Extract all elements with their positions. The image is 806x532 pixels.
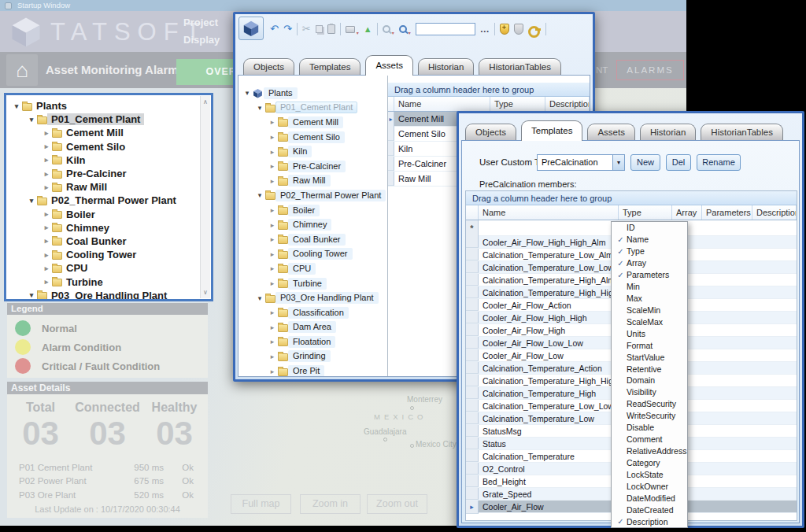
tree-item[interactable]: ▸Turbine xyxy=(238,276,387,291)
search-icon[interactable] xyxy=(399,25,407,33)
menu-item-lockstate[interactable]: LockState xyxy=(612,468,687,480)
tree-item[interactable]: ▾P02_Thermal Power Plant xyxy=(8,194,198,207)
tree-item[interactable]: ▸Cooling Tower xyxy=(8,248,198,261)
group-by-hint[interactable]: Drag a column header here to group xyxy=(388,83,590,97)
chevron-expanded-icon[interactable]: ▾ xyxy=(26,197,37,205)
chevron-collapsed-icon[interactable]: ▸ xyxy=(41,210,52,218)
tree-item[interactable]: ▸Cement Silo xyxy=(8,140,198,153)
upload-icon[interactable]: ▲ xyxy=(364,24,372,35)
chevron-collapsed-icon[interactable]: ▸ xyxy=(41,170,52,178)
menu-item-datecreated[interactable]: DateCreated xyxy=(612,504,687,515)
tab-templates[interactable]: Templates xyxy=(299,58,360,75)
map-button-full-map[interactable]: Full map xyxy=(231,494,291,514)
menu-item-description[interactable]: ✓Description xyxy=(612,515,687,527)
chevron-collapsed-icon[interactable]: ▸ xyxy=(41,278,52,286)
chevron-collapsed-icon[interactable]: ▸ xyxy=(41,237,52,245)
menu-item-lockowner[interactable]: LockOwner xyxy=(612,480,687,492)
chevron-collapsed-icon[interactable]: ▸ xyxy=(267,206,278,214)
menu-item-writesecurity[interactable]: WriteSecurity xyxy=(612,410,687,422)
column-header-description[interactable]: Description xyxy=(545,97,590,111)
tree-item[interactable]: ▸Floatation xyxy=(238,334,387,349)
chevron-collapsed-icon[interactable]: ▸ xyxy=(267,148,278,156)
tab-objects[interactable]: Objects xyxy=(465,124,516,140)
tree-item[interactable]: ▸Classification xyxy=(238,305,387,320)
chevron-down-icon[interactable]: ▾ xyxy=(612,155,624,170)
tab-objects[interactable]: Objects xyxy=(243,58,294,75)
tree-item[interactable]: ▸Kiln xyxy=(8,153,198,167)
tab-templates[interactable]: Templates xyxy=(521,120,582,141)
chevron-collapsed-icon[interactable]: ▸ xyxy=(41,156,52,164)
chevron-collapsed-icon[interactable]: ▸ xyxy=(41,129,52,137)
scroll-down-icon[interactable]: ∨ xyxy=(203,289,208,296)
chevron-collapsed-icon[interactable]: ▸ xyxy=(267,162,278,170)
tree-item[interactable]: ▸Raw Mill xyxy=(238,174,387,189)
tree-item[interactable]: ▾P03_Ore Handling Plant xyxy=(238,290,387,305)
chevron-collapsed-icon[interactable]: ▸ xyxy=(41,142,52,150)
chevron-collapsed-icon[interactable]: ▸ xyxy=(267,235,278,243)
menu-item-name[interactable]: ✓Name xyxy=(612,234,687,246)
user-custom-type-select[interactable]: PreCalcination ▾ xyxy=(537,154,625,171)
menu-item-datemodified[interactable]: DateModified xyxy=(612,492,687,504)
tree-item[interactable]: ▸Boiler xyxy=(238,203,387,218)
del-button[interactable]: Del xyxy=(666,154,691,171)
menu-item-startvalue[interactable]: StartValue xyxy=(612,351,687,363)
column-header-name[interactable]: Name xyxy=(479,205,619,220)
tree-item[interactable]: ▾P01_Cement Plant xyxy=(238,101,387,116)
tree-scrollbar[interactable]: ∧ ∨ xyxy=(200,96,210,298)
column-header-name[interactable]: Name xyxy=(394,97,490,111)
tree-item[interactable]: ▸Chimney xyxy=(8,221,198,235)
alarms-button[interactable]: ALARMS xyxy=(616,60,684,80)
menu-item-comment[interactable]: Comment xyxy=(612,434,687,445)
menu-item-format[interactable]: Format xyxy=(612,339,687,351)
chevron-collapsed-icon[interactable]: ▸ xyxy=(41,264,52,272)
cut-icon[interactable]: ✂ xyxy=(302,24,311,35)
tree-item[interactable]: ▸Grinding xyxy=(238,349,387,364)
tree-item[interactable]: ▾Plants xyxy=(8,99,198,113)
chevron-collapsed-icon[interactable]: ▸ xyxy=(267,368,278,375)
menu-item-relativeaddress[interactable]: RelativeAddress xyxy=(612,445,687,457)
export-icon[interactable] xyxy=(346,26,355,33)
menu-item-readsecurity[interactable]: ReadSecurity xyxy=(612,398,687,410)
chevron-collapsed-icon[interactable]: ▸ xyxy=(267,338,278,345)
redo-icon[interactable]: ↷ xyxy=(283,24,292,35)
tree-item[interactable]: ▸Turbine xyxy=(8,275,198,288)
tree-item[interactable]: ▸CPU xyxy=(8,261,198,275)
tree-item[interactable]: ▸Raw Mill xyxy=(8,180,198,194)
tree-item[interactable]: ▾P03_Ore Handling Plant xyxy=(8,289,198,301)
chevron-collapsed-icon[interactable]: ▸ xyxy=(267,221,278,229)
toolbar-search-input[interactable] xyxy=(416,23,475,35)
tab-assets[interactable]: Assets xyxy=(587,124,635,140)
menu-item-disable[interactable]: Disable xyxy=(612,422,687,434)
chevron-expanded-icon[interactable]: ▾ xyxy=(254,294,265,302)
chevron-collapsed-icon[interactable]: ▸ xyxy=(267,133,278,141)
paste-icon[interactable] xyxy=(327,24,335,34)
rename-button[interactable]: Rename xyxy=(697,154,741,171)
chevron-collapsed-icon[interactable]: ▸ xyxy=(267,323,278,331)
map-button-zoom-out[interactable]: Zoom out xyxy=(367,494,427,514)
tree-item[interactable]: ▾Plants xyxy=(238,86,387,101)
tree-item[interactable]: ▸Ore Pit xyxy=(238,364,387,376)
tab-historiantables[interactable]: HistorianTables xyxy=(479,58,561,75)
menu-item-retentive[interactable]: Retentive xyxy=(612,363,687,375)
chevron-collapsed-icon[interactable]: ▸ xyxy=(267,177,278,185)
chevron-collapsed-icon[interactable]: ▸ xyxy=(267,308,278,316)
chevron-expanded-icon[interactable]: ▾ xyxy=(254,104,265,112)
chevron-collapsed-icon[interactable]: ▸ xyxy=(267,353,278,360)
copy-icon[interactable] xyxy=(316,25,323,33)
tree-item[interactable]: ▸Cooling Tower xyxy=(238,247,387,262)
chevron-collapsed-icon[interactable]: ▸ xyxy=(267,264,278,272)
menu-item-type[interactable]: ✓Type xyxy=(612,246,687,257)
security-add-icon[interactable] xyxy=(500,24,509,35)
tab-historiantables[interactable]: HistorianTables xyxy=(701,124,783,140)
tree-item[interactable]: ▸Dam Area xyxy=(238,320,387,335)
menu-item-units[interactable]: Units xyxy=(612,327,687,339)
tree-item[interactable]: ▸Cement Silo xyxy=(238,130,387,145)
engineering-cube-button[interactable] xyxy=(238,17,264,40)
tree-item[interactable]: ▸Coal Bunker xyxy=(8,235,198,248)
tree-item[interactable]: ▸Pre-Calciner xyxy=(8,167,198,180)
tree-item[interactable]: ▸Kiln xyxy=(238,144,387,159)
menu-item-id[interactable]: ID xyxy=(612,222,687,234)
tree-item[interactable]: ▸Cement Mill xyxy=(8,126,198,139)
chevron-collapsed-icon[interactable]: ▸ xyxy=(267,118,278,126)
security-icon[interactable] xyxy=(514,24,523,35)
